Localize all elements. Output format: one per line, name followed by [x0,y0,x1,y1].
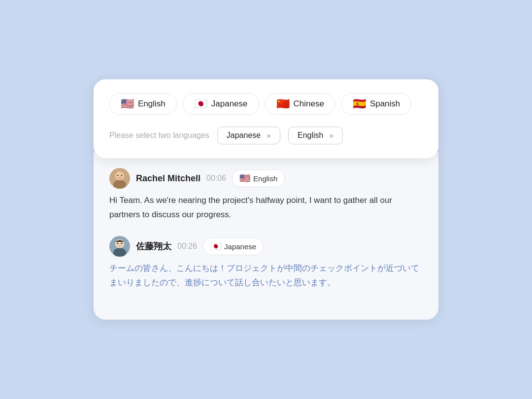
selected-tag-english: English × [288,127,343,144]
svg-point-11 [121,243,123,244]
remove-japanese-button[interactable]: × [265,132,271,139]
lang-badge-1: 🇺🇸 English [232,169,285,187]
lang-btn-japanese[interactable]: 🇯🇵 Japanese [183,93,259,115]
language-buttons: 🇺🇸 English 🇯🇵 Japanese 🇨🇳 Chinese 🇪🇸 Spa… [109,93,423,115]
svg-point-3 [115,171,124,180]
remove-english-button[interactable]: × [327,132,333,139]
svg-point-5 [121,175,123,176]
speaker-rachel: Rachel Mitchell [136,173,200,184]
select-row: Please select two languages Japanese × E… [109,127,423,144]
english-label: English [138,99,166,109]
svg-point-10 [117,243,119,244]
avatar-rachel-svg [109,168,130,189]
selected-japanese-label: Japanese [227,131,261,140]
timestamp-1: 00:06 [206,174,226,183]
chat-message-1: Rachel Mitchell 00:06 🇺🇸 English Hi Team… [109,168,423,222]
chat-message-2: 佐藤翔太 00:26 🇯🇵 Japanese チームの皆さん、こんにちは！プロジ… [109,236,423,290]
avatar-sato [109,236,130,257]
selected-english-label: English [298,131,323,140]
lang-btn-english[interactable]: 🇺🇸 English [109,93,177,115]
lang-btn-chinese[interactable]: 🇨🇳 Chinese [265,93,335,115]
speaker-sato: 佐藤翔太 [136,240,171,252]
lang-badge-2: 🇯🇵 Japanese [203,237,264,255]
select-prompt: Please select two languages [109,131,209,140]
spanish-flag-icon: 🇪🇸 [353,99,366,109]
main-wrapper: 🇺🇸 English 🇯🇵 Japanese 🇨🇳 Chinese 🇪🇸 Spa… [94,79,438,320]
chinese-label: Chinese [294,99,324,109]
timestamp-2: 00:26 [177,242,197,251]
svg-point-4 [117,175,119,176]
lang-btn-spanish[interactable]: 🇪🇸 Spanish [341,93,411,115]
badge-flag-2: 🇯🇵 [210,241,221,252]
badge-lang-2: Japanese [224,242,256,251]
chat-header-2: 佐藤翔太 00:26 🇯🇵 Japanese [109,236,423,257]
avatar-sato-svg [109,236,130,257]
spanish-label: Spanish [370,99,400,109]
japanese-label: Japanese [211,99,248,109]
badge-lang-1: English [253,174,277,183]
english-flag-icon: 🇺🇸 [121,99,134,109]
chinese-flag-icon: 🇨🇳 [276,99,290,109]
japanese-flag-icon: 🇯🇵 [194,99,207,109]
chat-text-1: Hi Team. As we're nearing the project's … [109,194,423,222]
bottom-card: Rachel Mitchell 00:06 🇺🇸 English Hi Team… [94,152,438,320]
avatar-rachel [109,168,130,189]
chat-header-1: Rachel Mitchell 00:06 🇺🇸 English [109,168,423,189]
top-card: 🇺🇸 English 🇯🇵 Japanese 🇨🇳 Chinese 🇪🇸 Spa… [94,79,438,158]
chat-text-2: チームの皆さん、こんにちは！プロジェクトが中間のチェックポイントが近づいてまいり… [109,262,423,290]
badge-flag-1: 🇺🇸 [239,173,250,184]
selected-tag-japanese: Japanese × [217,127,280,144]
